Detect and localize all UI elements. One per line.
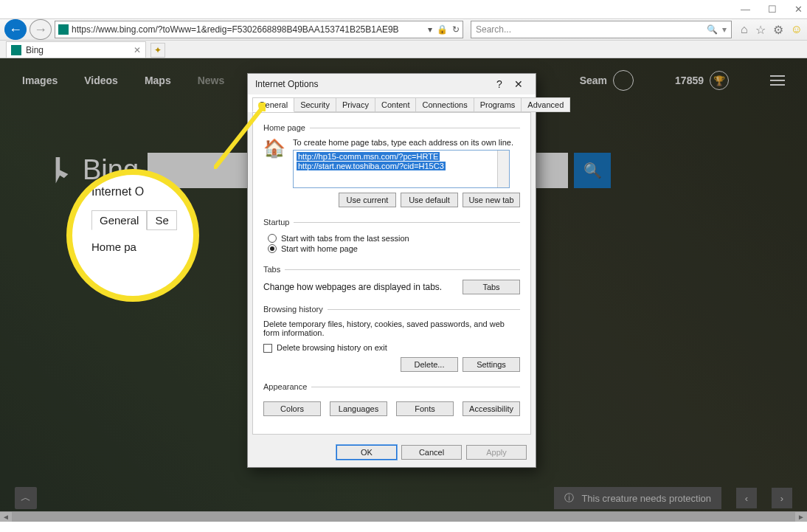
tabs-legend: Tabs xyxy=(263,265,285,274)
image-info-text: This creature needs protection xyxy=(581,493,711,504)
refresh-icon[interactable]: ↻ xyxy=(452,24,460,35)
tab-advanced[interactable]: Advanced xyxy=(521,97,570,112)
fonts-button[interactable]: Fonts xyxy=(396,401,454,416)
dialog-titlebar: Internet Options ? ✕ xyxy=(248,74,536,94)
window-minimize[interactable]: — xyxy=(741,4,750,15)
section-tabs: Tabs Change how webpages are displayed i… xyxy=(263,265,520,302)
use-current-button[interactable]: Use current xyxy=(339,193,396,207)
tabs-button[interactable]: Tabs xyxy=(463,280,520,294)
hamburger-icon[interactable] xyxy=(770,75,785,86)
dialog-title: Internet Options xyxy=(255,79,318,89)
radio-home-page-label: Start with home page xyxy=(281,244,358,253)
window-close[interactable]: ✕ xyxy=(794,4,803,15)
bing-user[interactable]: Seam xyxy=(580,70,634,91)
search-dropdown-icon[interactable]: ▾ xyxy=(722,24,727,35)
tab-content[interactable]: Content xyxy=(375,97,417,112)
section-history: Browsing history Delete temporary files,… xyxy=(263,305,520,379)
radio-home-page[interactable]: Start with home page xyxy=(268,244,520,253)
horizontal-scrollbar[interactable]: ◄ ► xyxy=(0,511,807,522)
radio-last-session-label: Start with tabs from the last session xyxy=(281,234,409,243)
window-maximize[interactable]: ☐ xyxy=(768,4,777,15)
feedback-icon[interactable]: ☺ xyxy=(791,23,803,37)
tab-general[interactable]: General xyxy=(252,97,294,112)
dialog-help-icon[interactable]: ? xyxy=(490,78,509,90)
section-appearance: Appearance Colors Languages Fonts Access… xyxy=(263,382,520,424)
forward-button[interactable]: → xyxy=(30,19,52,40)
bing-nav-images[interactable]: Images xyxy=(22,75,58,86)
colors-button[interactable]: Colors xyxy=(263,401,321,416)
trophy-icon: 🏆 xyxy=(710,71,729,90)
browser-tab[interactable]: Bing ✕ xyxy=(6,41,146,58)
tab-security[interactable]: Security xyxy=(294,97,336,112)
use-new-tab-button[interactable]: Use new tab xyxy=(463,193,520,207)
history-legend: Browsing history xyxy=(263,305,328,314)
cancel-button[interactable]: Cancel xyxy=(401,445,462,460)
languages-button[interactable]: Languages xyxy=(330,401,387,416)
bing-nav-maps[interactable]: Maps xyxy=(145,75,171,86)
ie-toolbar: ← → https://www.bing.com/?toWww=1&redig=… xyxy=(0,18,807,41)
home-icon: 🏠 xyxy=(263,138,287,162)
chevron-up-icon[interactable]: ︿ xyxy=(15,487,37,509)
tab-strip: Bing ✕ ✦ xyxy=(0,41,807,58)
bing-rewards[interactable]: 17859 🏆 xyxy=(675,71,729,90)
dialog-footer: OK Cancel Apply xyxy=(248,439,536,467)
page-content: Images Videos Maps News Seam 17859 🏆 Bin… xyxy=(0,58,807,522)
history-text: Delete temporary files, history, cookies… xyxy=(263,319,520,337)
tab-programs[interactable]: Programs xyxy=(474,97,522,112)
homepage-textarea[interactable]: http://hp15-comm.msn.com/?pc=HRTE http:/… xyxy=(293,150,510,188)
scroll-right-icon[interactable]: ► xyxy=(795,512,807,522)
accessibility-button[interactable]: Accessibility xyxy=(463,401,520,416)
section-startup: Startup Start with tabs from the last se… xyxy=(263,218,520,262)
zoom-callout: Internet O General Se Home pa xyxy=(66,169,199,302)
new-tab-button[interactable]: ✦ xyxy=(150,43,165,58)
lock-icon: 🔒 xyxy=(437,24,448,35)
tab-connections[interactable]: Connections xyxy=(415,97,474,112)
homepage-line-2: http://start.new.toshiba.com/?cid=H15C3 xyxy=(297,162,446,170)
tab-favicon xyxy=(11,45,21,55)
homepage-instruction: To create home page tabs, type each addr… xyxy=(293,138,520,147)
search-box[interactable]: Search... 🔍 ▾ xyxy=(471,21,732,38)
tools-icon[interactable]: ⚙ xyxy=(773,23,783,37)
checkbox-label: Delete browsing history on exit xyxy=(277,343,387,352)
tab-close-icon[interactable]: ✕ xyxy=(134,45,141,55)
checkbox-icon xyxy=(263,344,272,353)
radio-last-session[interactable]: Start with tabs from the last session xyxy=(268,234,520,243)
address-dropdown-icon[interactable]: ▾ xyxy=(428,24,432,35)
bing-nav-videos[interactable]: Videos xyxy=(84,75,118,86)
dialog-close-icon[interactable]: ✕ xyxy=(509,78,528,90)
bing-footer: ︿ ⓘ This creature needs protection ‹ › xyxy=(0,485,807,511)
search-glass-icon: 🔍 xyxy=(583,162,602,179)
checkbox-delete-on-exit[interactable]: Delete browsing history on exit xyxy=(263,343,520,353)
bing-logo-mark xyxy=(52,157,72,184)
radio-icon-checked xyxy=(268,244,277,253)
window-controls: — ☐ ✕ xyxy=(0,0,807,18)
delete-button[interactable]: Delete... xyxy=(401,357,458,372)
prev-image-button[interactable]: ‹ xyxy=(736,488,757,508)
scroll-left-icon[interactable]: ◄ xyxy=(0,512,12,522)
dialog-tabs: General Security Privacy Content Connect… xyxy=(248,94,536,112)
bing-search-button[interactable]: 🔍 xyxy=(574,153,611,188)
tab-privacy[interactable]: Privacy xyxy=(336,97,375,112)
ok-button[interactable]: OK xyxy=(336,445,397,460)
back-button[interactable]: ← xyxy=(4,19,27,40)
address-url: https://www.bing.com/?toWww=1&redig=F530… xyxy=(72,24,425,35)
settings-button[interactable]: Settings xyxy=(463,357,520,372)
search-placeholder: Search... xyxy=(476,24,702,35)
search-glass-icon[interactable]: 🔍 xyxy=(707,24,718,35)
apply-button[interactable]: Apply xyxy=(466,445,527,460)
bing-points: 17859 xyxy=(675,75,704,86)
homepage-line-1: http://hp15-comm.msn.com/?pc=HRTE xyxy=(297,152,440,161)
next-image-button[interactable]: › xyxy=(772,488,792,508)
tabs-text: Change how webpages are displayed in tab… xyxy=(263,282,442,292)
home-icon[interactable]: ⌂ xyxy=(741,23,748,37)
address-bar[interactable]: https://www.bing.com/?toWww=1&redig=F530… xyxy=(55,21,463,38)
use-default-button[interactable]: Use default xyxy=(401,193,458,207)
favorites-icon[interactable]: ☆ xyxy=(755,23,766,37)
image-info[interactable]: ⓘ This creature needs protection xyxy=(554,487,721,509)
tab-title: Bing xyxy=(26,45,44,55)
site-favicon xyxy=(58,24,69,35)
dialog-body: Home page 🏠 To create home page tabs, ty… xyxy=(252,112,531,435)
textarea-scrollbar[interactable] xyxy=(497,151,509,187)
bing-nav-news[interactable]: News xyxy=(198,75,225,86)
scroll-thumb[interactable] xyxy=(12,512,795,522)
